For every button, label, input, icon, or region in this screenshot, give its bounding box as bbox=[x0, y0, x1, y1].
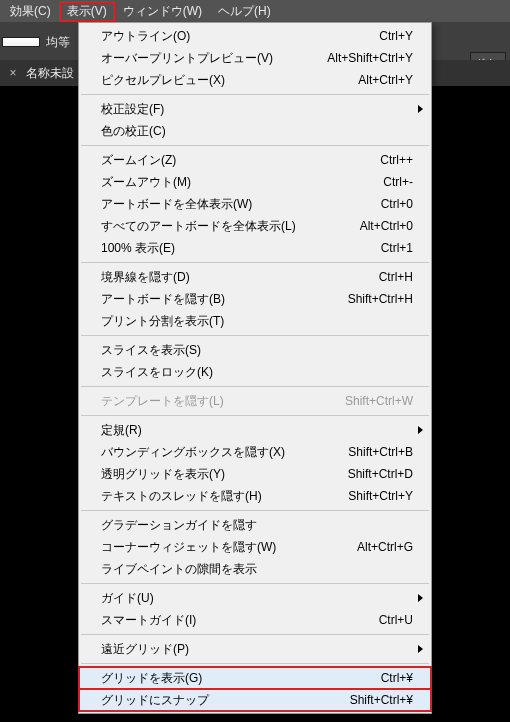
mi-hide-corner-widget[interactable]: コーナーウィジェットを隠す(W) Alt+Ctrl+G bbox=[79, 536, 431, 558]
close-icon[interactable]: × bbox=[6, 66, 20, 80]
view-menu-dropdown: アウトライン(O) Ctrl+Y オーバープリントプレビュー(V) Alt+Sh… bbox=[78, 22, 432, 714]
separator bbox=[81, 335, 429, 336]
mi-proof-setup[interactable]: 校正設定(F) bbox=[79, 98, 431, 120]
align-label: 均等 bbox=[46, 34, 70, 51]
separator bbox=[81, 415, 429, 416]
mi-hide-gradient-guide[interactable]: グラデーションガイドを隠す bbox=[79, 514, 431, 536]
chevron-right-icon bbox=[418, 105, 423, 113]
mi-show-transparency-grid[interactable]: 透明グリッドを表示(Y) Shift+Ctrl+D bbox=[79, 463, 431, 485]
separator bbox=[81, 634, 429, 635]
separator bbox=[81, 583, 429, 584]
menubar: 効果(C) 表示(V) ウィンドウ(W) ヘルプ(H) bbox=[0, 0, 510, 22]
mi-hide-edges[interactable]: 境界線を隠す(D) Ctrl+H bbox=[79, 266, 431, 288]
mi-print-tiling[interactable]: プリント分割を表示(T) bbox=[79, 310, 431, 332]
chevron-right-icon bbox=[418, 645, 423, 653]
mi-hide-bbox[interactable]: バウンディングボックスを隠す(X) Shift+Ctrl+B bbox=[79, 441, 431, 463]
separator bbox=[81, 663, 429, 664]
mi-rulers[interactable]: 定規(R) bbox=[79, 419, 431, 441]
mi-proof-colors[interactable]: 色の校正(C) bbox=[79, 120, 431, 142]
stroke-swatch[interactable] bbox=[2, 37, 40, 47]
mi-show-grid[interactable]: グリッドを表示(G) Ctrl+¥ bbox=[79, 667, 431, 689]
separator bbox=[81, 145, 429, 146]
mi-guides[interactable]: ガイド(U) bbox=[79, 587, 431, 609]
mi-hide-text-threads[interactable]: テキストのスレッドを隠す(H) Shift+Ctrl+Y bbox=[79, 485, 431, 507]
mi-show-slices[interactable]: スライスを表示(S) bbox=[79, 339, 431, 361]
mi-actual-size[interactable]: 100% 表示(E) Ctrl+1 bbox=[79, 237, 431, 259]
separator bbox=[81, 262, 429, 263]
mi-fit-artboard[interactable]: アートボードを全体表示(W) Ctrl+0 bbox=[79, 193, 431, 215]
mi-snap-to-grid[interactable]: グリッドにスナップ Shift+Ctrl+¥ bbox=[79, 689, 431, 711]
document-tab-title[interactable]: 名称未設 bbox=[20, 61, 80, 86]
mi-perspective-grid[interactable]: 遠近グリッド(P) bbox=[79, 638, 431, 660]
menu-help[interactable]: ヘルプ(H) bbox=[210, 1, 279, 22]
separator bbox=[81, 94, 429, 95]
mi-smart-guides[interactable]: スマートガイド(I) Ctrl+U bbox=[79, 609, 431, 631]
mi-live-paint-gaps[interactable]: ライブペイントの隙間を表示 bbox=[79, 558, 431, 580]
mi-zoom-in[interactable]: ズームイン(Z) Ctrl++ bbox=[79, 149, 431, 171]
chevron-right-icon bbox=[418, 594, 423, 602]
mi-lock-slices[interactable]: スライスをロック(K) bbox=[79, 361, 431, 383]
menu-window[interactable]: ウィンドウ(W) bbox=[115, 1, 210, 22]
mi-overprint-preview[interactable]: オーバープリントプレビュー(V) Alt+Shift+Ctrl+Y bbox=[79, 47, 431, 69]
separator bbox=[81, 510, 429, 511]
mi-fit-all[interactable]: すべてのアートボードを全体表示(L) Alt+Ctrl+0 bbox=[79, 215, 431, 237]
separator bbox=[81, 386, 429, 387]
mi-outline[interactable]: アウトライン(O) Ctrl+Y bbox=[79, 25, 431, 47]
mi-hide-template: テンプレートを隠す(L) Shift+Ctrl+W bbox=[79, 390, 431, 412]
mi-hide-artboards[interactable]: アートボードを隠す(B) Shift+Ctrl+H bbox=[79, 288, 431, 310]
mi-zoom-out[interactable]: ズームアウト(M) Ctrl+- bbox=[79, 171, 431, 193]
chevron-right-icon bbox=[418, 426, 423, 434]
menu-effect[interactable]: 効果(C) bbox=[2, 1, 59, 22]
menu-view[interactable]: 表示(V) bbox=[59, 1, 115, 22]
mi-pixel-preview[interactable]: ピクセルプレビュー(X) Alt+Ctrl+Y bbox=[79, 69, 431, 91]
